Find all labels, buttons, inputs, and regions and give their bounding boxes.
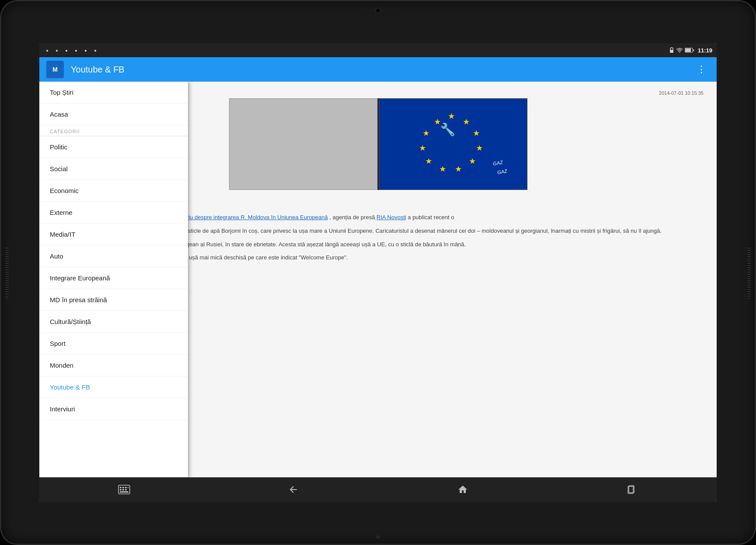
drawer-item-interviuri[interactable]: Interviuri [39,398,188,420]
drawer-item-monden[interactable]: Monden [39,355,188,376]
clock-icon: ● [63,48,70,53]
bottom-navigation [39,477,717,502]
star-2: ★ [463,117,470,127]
drawer-item-md-presa-straina[interactable]: MD în presa străină [39,289,188,311]
svg-rect-12 [125,489,127,490]
gaz-text-2: GAZ [497,168,507,175]
home-button[interactable] [376,535,380,539]
svg-rect-0 [670,50,673,53]
top-sensors [364,8,392,13]
svg-point-1 [679,52,680,53]
star-9: ★ [419,143,426,153]
download-icon: ● [73,48,80,53]
status-right: 11:19 [669,47,712,54]
caricature-item: 🔧 [440,122,455,137]
star-7: ★ [439,164,446,174]
front-camera [375,8,381,13]
drawer-item-integrare-europeana[interactable]: Integrare Europeană [39,267,188,289]
star-5: ★ [469,156,476,166]
svg-rect-7 [122,487,124,488]
more-button[interactable]: ⋮ [693,60,710,79]
battery-icon [685,48,694,53]
drawer-category-header: CATEGORII [39,125,188,136]
gaz-text-1: GAZ [492,159,503,166]
article-link-2[interactable]: RIA Novosti [377,214,406,221]
system-icons [669,47,694,53]
app-title: Youtube & FB [71,65,693,75]
speaker-left [5,246,9,299]
svg-rect-11 [122,489,124,490]
sensor-dot-2 [389,9,392,12]
wifi-icon [676,48,683,53]
svg-rect-8 [125,487,127,488]
star-6: ★ [455,164,462,174]
article-main-image: ★ ★ ★ ★ ★ ★ ★ ★ ★ ★ ★ [379,98,527,190]
back-icon [288,484,298,495]
drawer-item-cultura-stiinta[interactable]: Cultură/Știință [39,311,188,333]
keyboard-nav-button[interactable] [111,477,137,502]
home-nav-button[interactable] [450,477,476,502]
photo-icon: ● [82,48,89,53]
star-3: ★ [473,128,480,138]
svg-rect-10 [120,489,121,490]
recents-icon [627,484,637,495]
keyboard-icon [118,485,130,494]
drawer-item-auto[interactable]: Auto [39,245,188,267]
msg-icon: ● [44,48,51,53]
drawer-item-sport[interactable]: Sport [39,333,188,355]
star-4: ★ [476,143,483,153]
drawer-item-social[interactable]: Social [39,158,188,180]
usb-icon: ● [92,48,99,53]
eu-flag: ★ ★ ★ ★ ★ ★ ★ ★ ★ ★ ★ [379,99,527,190]
time-display: 11:19 [698,47,712,54]
home-icon [458,484,468,495]
app-logo: M [46,61,64,78]
star-1: ★ [448,111,455,121]
svg-rect-3 [685,48,691,52]
navigation-drawer: Top Știri Acasa CATEGORII Politic Social… [39,82,188,477]
back-nav-button[interactable] [280,477,306,502]
drawer-item-politic[interactable]: Politic [39,136,188,158]
screen: ● ● ● ● ● ● [39,43,717,502]
status-icons-left: ● ● ● ● ● ● [44,48,99,53]
svg-rect-9 [128,487,128,488]
drawer-item-externe[interactable]: Externe [39,202,188,224]
svg-rect-13 [120,491,128,493]
logo-text: M [52,66,58,73]
recents-nav-button[interactable] [619,477,645,502]
drawer-item-media-it[interactable]: Media/IT [39,224,188,245]
email-icon: ● [53,48,60,53]
speaker-right [747,246,751,299]
drawer-item-youtube-fb[interactable]: Youtube & FB [39,376,188,398]
app-bar: M Youtube & FB ⋮ [39,57,717,82]
status-bar: ● ● ● ● ● ● [39,43,717,57]
drawer-item-acasa[interactable]: Acasa [39,103,188,125]
image-placeholder [229,98,378,190]
stars-group: ★ ★ ★ ★ ★ ★ ★ ★ ★ ★ ★ [418,109,488,179]
drawer-item-top-stiri[interactable]: Top Știri [39,82,188,103]
svg-rect-6 [120,487,121,488]
star-8: ★ [425,156,432,166]
tablet-device: ● ● ● ● ● ● [0,0,756,545]
drawer-item-economic[interactable]: Economic [39,180,188,202]
sensor-dot [364,9,367,12]
star-10: ★ [423,128,430,138]
lock-icon [669,47,674,53]
svg-rect-4 [693,49,694,51]
